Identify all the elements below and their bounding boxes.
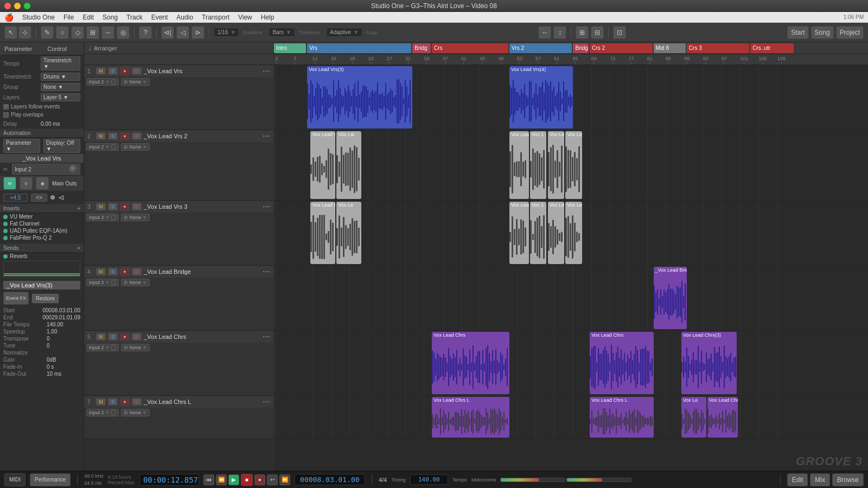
stop-button[interactable]: ■ — [241, 474, 253, 486]
track-input-1[interactable]: Input 2 ▼ — [86, 143, 119, 151]
arranger-block-4[interactable]: Vrs 2 — [509, 43, 572, 53]
toolbar-end-btn1[interactable]: ↔ — [538, 26, 551, 39]
nudge-left[interactable]: ⊲| — [161, 26, 174, 39]
pencil-tool[interactable]: ✎ — [41, 26, 54, 39]
clip-2-3[interactable]: Vox 1 — [530, 202, 547, 264]
split-tool[interactable]: ⊞ — [86, 26, 99, 39]
clip-0-1[interactable]: Vox Lead Vrs(4) — [509, 66, 573, 129]
track-monitor-2[interactable]: ● — [120, 203, 130, 210]
track-output-3[interactable]: ⊙ None ▼ — [121, 279, 149, 286]
track-mute-3[interactable]: M — [96, 268, 106, 275]
clip-2-5[interactable]: Vox Lead — [565, 202, 582, 264]
arranger-block-1[interactable]: Vrs — [307, 43, 411, 53]
maximize-button[interactable] — [24, 3, 30, 9]
track-rec-3[interactable]: ⊙ — [132, 268, 142, 275]
mix-tab[interactable]: Mix — [810, 473, 830, 486]
track-solo-3[interactable]: S — [108, 268, 118, 275]
io-input-dropdown[interactable]: Input 2 — [12, 164, 80, 175]
track-monitor-0[interactable]: ● — [120, 67, 130, 75]
minimize-button[interactable] — [14, 3, 21, 9]
send-fader-2[interactable] — [4, 275, 80, 276]
arranger-block-0[interactable]: Intro — [274, 43, 306, 53]
clip-2-1[interactable]: Vox Le — [336, 202, 361, 264]
apple-menu[interactable]: 🍎 — [4, 13, 14, 22]
send-reverb[interactable]: Reverb — [0, 253, 84, 260]
track-output-0[interactable]: ⊙ None ▼ — [121, 78, 149, 86]
clip-4-0[interactable]: Vox Lead Chrs — [432, 332, 509, 394]
help-tool[interactable]: ? — [139, 26, 152, 39]
menu-view[interactable]: View — [238, 14, 252, 21]
track-rec-4[interactable]: ⊙ — [132, 333, 142, 341]
inserts-add-icon[interactable]: + — [77, 206, 80, 211]
menu-event[interactable]: Event — [151, 14, 168, 21]
snap-display[interactable]: Adaptive ▼ — [326, 28, 362, 37]
clip-1-1[interactable]: Vox Lai — [336, 131, 361, 199]
pan-value[interactable]: <> — [31, 194, 47, 202]
track-solo-0[interactable]: S — [108, 67, 118, 75]
track-mute-1[interactable]: M — [96, 132, 106, 140]
menu-file[interactable]: File — [63, 14, 74, 21]
timebase-display[interactable]: Bars ▼ — [269, 28, 295, 37]
rewind-button[interactable]: ⏮ — [203, 474, 214, 485]
track-mute-2[interactable]: M — [96, 203, 106, 210]
clip-3-0[interactable]: _Vox Lead Bridge — [654, 267, 687, 329]
track-output-2[interactable]: ⊙ None ▼ — [121, 214, 149, 221]
track-solo-4[interactable]: S — [108, 333, 118, 341]
project-button[interactable]: Project — [836, 26, 864, 39]
track-input-0[interactable]: Input 2 ▼ — [86, 78, 119, 86]
sends-section[interactable]: Sends + — [0, 243, 84, 253]
close-button[interactable] — [4, 3, 11, 9]
toolbar-zoom-btn[interactable]: ⊡ — [613, 26, 626, 39]
mute-btn-strip[interactable]: M — [3, 177, 16, 190]
menu-track[interactable]: Track — [126, 14, 143, 21]
track-solo-1[interactable]: S — [108, 132, 118, 140]
track-rec-1[interactable]: ⊙ — [132, 132, 142, 140]
arranger-block-2[interactable]: Bridg — [412, 43, 431, 53]
clip-1-5[interactable]: Vox Lead — [565, 131, 582, 199]
track-mute-0[interactable]: M — [96, 67, 106, 75]
menu-transport[interactable]: Transport — [202, 14, 229, 21]
automation-param-dropdown[interactable]: Parameter ▼ — [3, 139, 40, 153]
send-fader[interactable] — [4, 273, 80, 274]
event-fx-btn[interactable]: Event FX — [3, 292, 29, 305]
menu-song[interactable]: Song — [103, 14, 118, 21]
automation-display-dropdown[interactable]: Display: Off ▼ — [43, 139, 80, 153]
clip-6-3[interactable]: Vox Lead Chrs L(5) — [707, 397, 738, 438]
menu-help[interactable]: Help — [261, 14, 275, 21]
layers-dropdown[interactable]: Layer 5 ▼ — [41, 93, 80, 101]
tempo-dropdown[interactable]: Timestretch ▼ — [41, 56, 80, 70]
nudge-tool2[interactable]: ⊳ — [192, 26, 205, 39]
arranger-block-6[interactable]: Crs 2 — [590, 43, 652, 53]
restore-button[interactable]: Restore — [32, 294, 59, 303]
track-rec-6[interactable]: ⊙ — [132, 398, 142, 406]
clip-4-2[interactable]: Vox Lead Chrs(3) — [681, 332, 737, 394]
loop-button[interactable]: ↩ — [267, 474, 278, 485]
track-more-2[interactable]: ⋯ — [263, 202, 270, 211]
track-solo-2[interactable]: S — [108, 203, 118, 210]
start-button[interactable]: Start — [787, 26, 808, 39]
track-monitor-1[interactable]: ● — [120, 132, 130, 140]
track-monitor-4[interactable]: ● — [120, 333, 130, 341]
track-monitor-3[interactable]: ● — [120, 268, 130, 275]
clip-1-2[interactable]: Vox Lead Vrs — [509, 131, 529, 199]
menu-edit[interactable]: Edit — [82, 14, 94, 21]
track-output-1[interactable]: ⊙ None ▼ — [121, 143, 149, 151]
menu-audio[interactable]: Audio — [176, 14, 193, 21]
paint-tool[interactable]: ○ — [56, 26, 69, 39]
arranger-block-3[interactable]: Crs — [432, 43, 508, 53]
clip-2-2[interactable]: Vox Lead Vrs — [509, 202, 529, 264]
track-more-4[interactable]: ⋯ — [263, 332, 270, 341]
clip-1-0[interactable]: Vox Lead V — [310, 131, 335, 199]
performance-tab[interactable]: Performance — [30, 473, 71, 486]
track-more-1[interactable]: ⋯ — [263, 132, 270, 140]
track-input-2[interactable]: Input 2 ▼ — [86, 214, 119, 221]
listen-tool[interactable]: ◎ — [117, 26, 130, 39]
track-mute-4[interactable]: M — [96, 333, 106, 341]
clip-6-1[interactable]: Vox Lead Chrs L — [590, 397, 653, 438]
clip-2-0[interactable]: Vox Lead S — [310, 202, 335, 264]
track-more-0[interactable]: ⋯ — [263, 67, 270, 75]
monitor-btn-strip[interactable]: ◉ — [36, 177, 49, 190]
browse-tab[interactable]: Browse — [832, 473, 864, 486]
clip-2-4[interactable]: Vox Lead Vrs — [548, 202, 565, 264]
insert-vu-meter[interactable]: VU Meter — [0, 213, 84, 220]
